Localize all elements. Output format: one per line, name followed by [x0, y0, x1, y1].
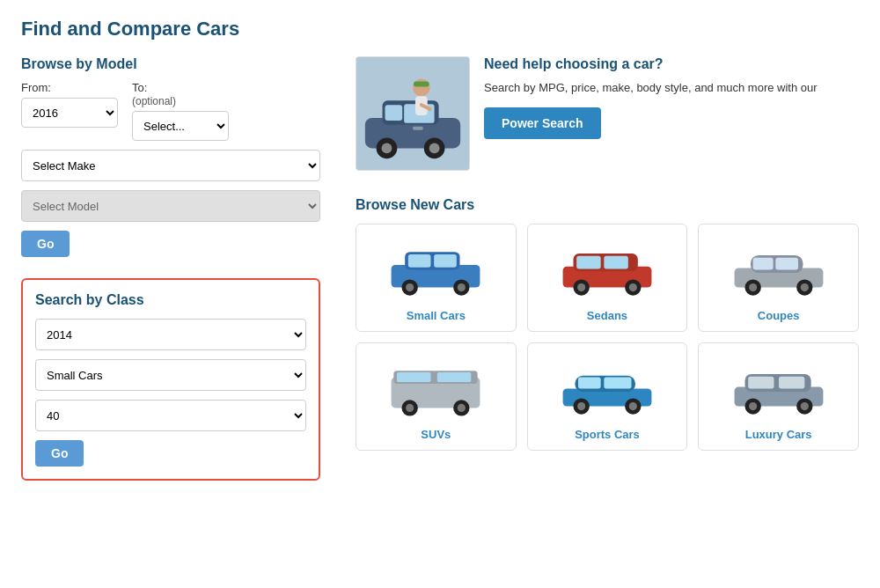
right-column: Need help choosing a car? Search by MPG,… — [356, 56, 859, 481]
svg-rect-12 — [414, 82, 429, 87]
to-year-col: To: (optional) Select... 2016 2015 — [132, 81, 229, 141]
suvs-image — [365, 352, 507, 423]
sedans-image — [537, 233, 678, 304]
svg-rect-24 — [576, 255, 601, 268]
need-help-section: Need help choosing a car? Search by MPG,… — [356, 56, 859, 171]
need-help-description: Search by MPG, price, make, body style, … — [484, 79, 859, 97]
to-label: To: (optional) — [132, 81, 229, 107]
select-model-dropdown[interactable]: Select Model — [21, 190, 320, 222]
svg-point-61 — [800, 402, 808, 410]
svg-rect-48 — [578, 377, 601, 388]
browse-new-cars-section: Browse New Cars Small Cars — [356, 197, 859, 451]
car-card-sedans[interactable]: Sedans — [527, 224, 688, 332]
svg-point-51 — [577, 402, 585, 410]
svg-point-10 — [413, 79, 430, 97]
small-cars-label: Small Cars — [365, 309, 507, 322]
svg-rect-16 — [408, 254, 431, 268]
sports-cars-label: Sports Cars — [537, 428, 678, 441]
small-cars-image — [365, 233, 507, 304]
svg-point-27 — [577, 283, 585, 291]
suvs-label: SUVs — [365, 428, 507, 441]
luxury-cars-image — [708, 352, 849, 423]
search-class-title: Search by Class — [35, 292, 306, 308]
svg-point-37 — [800, 283, 808, 291]
svg-rect-4 — [385, 105, 402, 121]
coupes-image — [708, 233, 849, 304]
need-help-text-area: Need help choosing a car? Search by MPG,… — [484, 56, 859, 171]
svg-rect-41 — [437, 372, 471, 382]
year-row: From: 2016 2015 2014 2013 To: (optional)… — [21, 81, 320, 141]
svg-point-59 — [749, 402, 757, 410]
coupes-label: Coupes — [708, 309, 849, 322]
search-class-mpg-select[interactable]: 40 30 35 45 50 — [35, 400, 306, 431]
svg-point-6 — [382, 143, 392, 153]
svg-rect-49 — [604, 377, 631, 388]
svg-rect-40 — [397, 372, 431, 382]
from-year-select[interactable]: 2016 2015 2014 2013 — [21, 98, 118, 128]
svg-rect-56 — [748, 376, 774, 388]
search-class-go-button[interactable]: Go — [35, 440, 84, 467]
luxury-cars-label: Luxury Cars — [708, 428, 849, 441]
need-help-image — [356, 56, 470, 171]
svg-rect-57 — [779, 376, 804, 388]
search-class-year-select[interactable]: 2014 2016 2015 2013 — [35, 319, 306, 350]
svg-rect-25 — [604, 255, 628, 268]
browse-model-title: Browse by Model — [21, 56, 320, 72]
browse-new-cars-title: Browse New Cars — [356, 197, 859, 213]
svg-point-21 — [458, 283, 466, 291]
sedans-label: Sedans — [537, 309, 678, 322]
svg-point-45 — [458, 403, 466, 411]
svg-rect-32 — [752, 257, 773, 269]
car-card-coupes[interactable]: Coupes — [698, 224, 859, 332]
browse-model-go-button[interactable]: Go — [21, 231, 70, 257]
to-year-select[interactable]: Select... 2016 2015 — [132, 111, 229, 141]
search-by-class-section: Search by Class 2014 2016 2015 2013 Smal… — [21, 278, 320, 481]
svg-point-29 — [629, 283, 637, 291]
need-help-title: Need help choosing a car? — [484, 56, 859, 72]
svg-point-35 — [749, 283, 757, 291]
from-year-col: From: 2016 2015 2014 2013 — [21, 81, 118, 141]
page-title: Find and Compare Cars — [21, 18, 859, 40]
svg-rect-9 — [413, 127, 423, 130]
from-label: From: — [21, 81, 118, 94]
svg-rect-33 — [775, 257, 798, 269]
sports-cars-image — [537, 352, 678, 423]
car-card-sports[interactable]: Sports Cars — [527, 342, 688, 451]
left-column: Browse by Model From: 2016 2015 2014 201… — [21, 56, 320, 481]
svg-point-43 — [406, 403, 414, 411]
search-class-class-select[interactable]: Small Cars Sedans Coupes SUVs Trucks — [35, 359, 306, 391]
car-card-small-cars[interactable]: Small Cars — [356, 224, 517, 332]
svg-point-53 — [629, 402, 637, 410]
svg-point-19 — [406, 283, 414, 291]
car-card-luxury[interactable]: Luxury Cars — [698, 342, 859, 451]
car-card-suvs[interactable]: SUVs — [356, 342, 517, 451]
svg-rect-17 — [434, 254, 457, 268]
select-make-dropdown[interactable]: Select Make Toyota Honda Ford — [21, 150, 320, 181]
browse-by-model-section: Browse by Model From: 2016 2015 2014 201… — [21, 56, 320, 257]
svg-point-8 — [429, 143, 440, 153]
car-grid: Small Cars Sedans — [356, 224, 859, 451]
power-search-button[interactable]: Power Search — [484, 107, 601, 139]
